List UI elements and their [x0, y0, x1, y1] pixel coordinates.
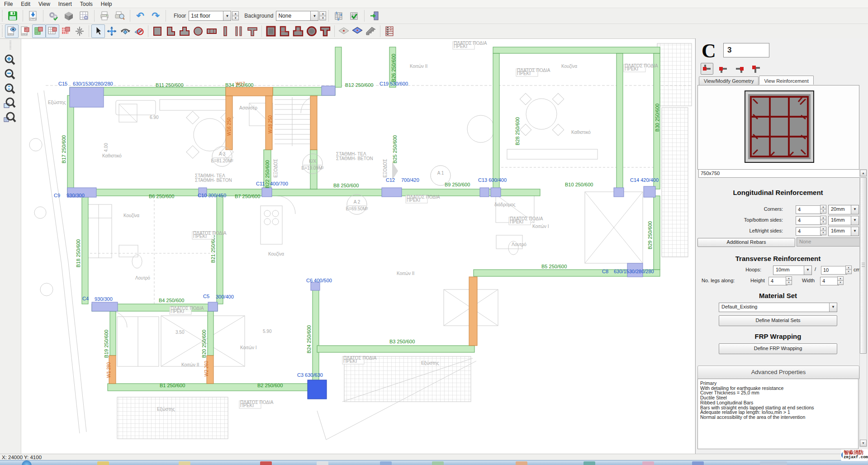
corners-dia-select[interactable]: 20mm▼	[828, 205, 859, 214]
print-button[interactable]	[97, 9, 112, 23]
scroll-down-icon[interactable]: ▼	[860, 440, 867, 446]
apply-grid-button[interactable]	[346, 9, 362, 23]
top-bottom-dia-select[interactable]: 16mm▼	[828, 216, 859, 225]
taskbar-tray[interactable]	[760, 461, 787, 465]
stairs-tool[interactable]	[364, 24, 378, 38]
grid-toggle[interactable]	[46, 24, 59, 38]
beam[interactable]	[493, 53, 499, 189]
column[interactable]	[262, 188, 272, 197]
tab-view-modify-geometry[interactable]: View/Modify Geometry	[699, 76, 759, 85]
jacket-rect-tool[interactable]	[264, 24, 278, 38]
beam[interactable]	[217, 196, 223, 304]
floor-select[interactable]: 1st floor ▼	[189, 11, 231, 21]
toolbar-grip[interactable]	[1, 25, 4, 37]
wall[interactable]	[469, 277, 477, 346]
scroll-up-icon[interactable]: ▲	[860, 170, 867, 176]
dwg-columns-toggle[interactable]: DWG	[19, 24, 32, 38]
define-frp-button[interactable]: Define FRP Wrapping	[719, 343, 837, 354]
taskbar-item[interactable]	[516, 461, 527, 465]
legs-width-input[interactable]: 4	[820, 277, 839, 285]
jacket-T-tool[interactable]	[291, 24, 305, 38]
zoom-extents-button[interactable]	[2, 82, 18, 96]
settings-button[interactable]	[46, 9, 61, 23]
column-T-tool[interactable]	[178, 24, 191, 38]
print-preview-button[interactable]	[112, 9, 128, 23]
slab-strengthen-tool[interactable]	[351, 24, 364, 38]
save-button[interactable]	[5, 9, 20, 23]
taskbar-item[interactable]	[260, 461, 272, 465]
background-stepper[interactable]: ▲▼	[319, 11, 326, 20]
align-left-icon[interactable]	[717, 63, 730, 75]
beam[interactable]	[313, 289, 319, 382]
hoop-spacing-input[interactable]: 10	[821, 266, 847, 275]
chevron-down-icon[interactable]: ▼	[804, 266, 811, 275]
menu-edit[interactable]: Edit	[17, 0, 34, 8]
corners-stepper[interactable]: ▲▼	[820, 205, 826, 214]
jacket-L-tool[interactable]	[278, 24, 291, 38]
jacket-Twall-tool[interactable]	[318, 24, 332, 38]
toolbar-grip[interactable]	[1, 10, 4, 22]
jacket-circle-tool[interactable]	[305, 24, 318, 38]
beam[interactable]	[317, 346, 474, 352]
taskbar[interactable]	[0, 460, 868, 465]
select-tool[interactable]	[91, 24, 105, 38]
beam[interactable]	[67, 189, 540, 196]
beam[interactable]	[617, 53, 623, 189]
beam[interactable]	[654, 196, 660, 270]
column-circle-tool[interactable]	[191, 24, 205, 38]
hoop-spacing-stepper[interactable]: ▲▼	[845, 266, 852, 274]
legs-width-stepper[interactable]: ▲▼	[837, 276, 844, 285]
column[interactable]	[311, 282, 320, 290]
material-set-select[interactable]: Default_Existing▼	[719, 303, 837, 312]
panel-scrollbar[interactable]: ▲ ▼	[859, 169, 867, 447]
section-size-list[interactable]: 750x750	[698, 169, 860, 178]
column[interactable]	[480, 188, 489, 197]
wall[interactable]	[226, 87, 273, 96]
layers-toggle[interactable]	[32, 24, 46, 38]
move-tool[interactable]	[105, 24, 119, 38]
wall-pair-tool[interactable]	[232, 24, 246, 38]
mesh-toggle[interactable]	[59, 24, 73, 38]
chevron-down-icon[interactable]: ▼	[829, 303, 837, 312]
top-bottom-count-input[interactable]: 4	[796, 216, 822, 225]
column[interactable]	[614, 188, 624, 197]
top-bottom-stepper[interactable]: ▲▼	[820, 216, 826, 224]
beam[interactable]	[82, 196, 88, 304]
left-right-dia-select[interactable]: 16mm▼	[828, 227, 859, 236]
define-material-sets-button[interactable]: Define Material Sets	[719, 315, 837, 326]
taskbar-item[interactable]	[432, 461, 444, 465]
axes-toggle[interactable]	[73, 24, 86, 38]
column[interactable]	[491, 188, 501, 197]
dwg-view-toggle[interactable]: DWG	[5, 24, 19, 38]
slab-tool[interactable]	[337, 24, 351, 38]
floor-stepper[interactable]: ▲▼	[232, 11, 239, 20]
chevron-down-icon[interactable]: ▼	[851, 227, 859, 236]
chevron-down-icon[interactable]: ▼	[851, 205, 859, 214]
beam[interactable]	[208, 311, 213, 356]
align-top-icon[interactable]	[749, 63, 762, 75]
taskbar-item[interactable]	[583, 461, 595, 465]
taskbar-item[interactable]	[642, 461, 654, 465]
hoops-dia-select[interactable]: 10mm▼	[773, 266, 812, 275]
3d-view-button[interactable]	[61, 9, 76, 23]
taskbar-item[interactable]	[380, 461, 392, 465]
menu-file[interactable]: File	[0, 0, 17, 8]
taskbar-item[interactable]	[179, 461, 190, 465]
wall-vertical-tool[interactable]	[218, 24, 232, 38]
taskbar-item[interactable]	[97, 461, 109, 465]
legs-height-input[interactable]: 4	[768, 277, 787, 285]
advanced-properties-header[interactable]: Advanced Properties	[697, 365, 859, 379]
wall-T-tool[interactable]	[246, 24, 259, 38]
menu-view[interactable]: View	[34, 0, 54, 8]
beam[interactable]	[108, 384, 317, 391]
corners-count-input[interactable]: 4	[796, 205, 822, 214]
taskbar-item[interactable]	[317, 461, 328, 465]
zoom-selection-button[interactable]	[2, 111, 18, 125]
column[interactable]	[70, 87, 104, 107]
toolbar-grip[interactable]	[9, 41, 11, 50]
column-L-tool[interactable]	[164, 24, 178, 38]
scrollbar-thumb[interactable]	[860, 177, 867, 354]
building-3d-tool[interactable]	[383, 24, 396, 38]
zoom-out-button[interactable]	[2, 68, 18, 81]
beam[interactable]	[110, 311, 116, 356]
